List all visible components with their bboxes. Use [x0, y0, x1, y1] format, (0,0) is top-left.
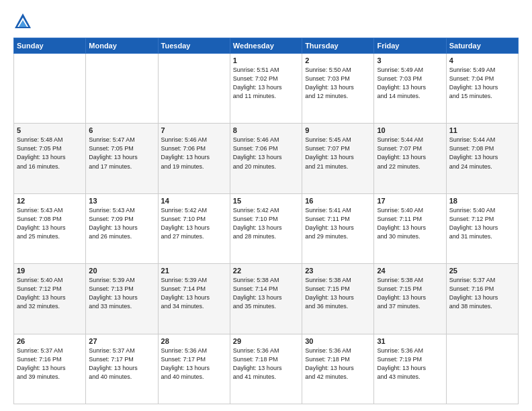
day-info: Sunrise: 5:49 AM Sunset: 7:03 PM Dayligh…	[377, 66, 443, 101]
calendar-cell: 6Sunrise: 5:47 AM Sunset: 7:05 PM Daylig…	[86, 124, 158, 193]
day-number: 19	[17, 267, 83, 275]
day-number: 24	[377, 267, 443, 275]
day-info: Sunrise: 5:36 AM Sunset: 7:18 PM Dayligh…	[305, 347, 371, 381]
day-info: Sunrise: 5:51 AM Sunset: 7:02 PM Dayligh…	[233, 66, 299, 101]
day-info: Sunrise: 5:36 AM Sunset: 7:19 PM Dayligh…	[377, 347, 443, 381]
calendar-cell: 11Sunrise: 5:44 AM Sunset: 7:08 PM Dayli…	[446, 124, 518, 193]
day-number: 15	[233, 197, 299, 205]
calendar-header-wednesday: Wednesday	[230, 38, 302, 54]
day-info: Sunrise: 5:47 AM Sunset: 7:05 PM Dayligh…	[89, 136, 154, 171]
day-number: 20	[89, 267, 154, 275]
calendar-cell: 20Sunrise: 5:39 AM Sunset: 7:13 PM Dayli…	[86, 264, 158, 334]
day-info: Sunrise: 5:50 AM Sunset: 7:03 PM Dayligh…	[305, 66, 371, 101]
day-info: Sunrise: 5:49 AM Sunset: 7:04 PM Dayligh…	[449, 66, 515, 101]
calendar-header-tuesday: Tuesday	[158, 38, 230, 54]
calendar-cell: 8Sunrise: 5:46 AM Sunset: 7:06 PM Daylig…	[230, 124, 302, 193]
calendar-header-saturday: Saturday	[446, 38, 518, 54]
day-number: 21	[161, 267, 227, 275]
calendar-cell	[158, 54, 230, 124]
calendar-cell	[86, 54, 158, 124]
day-info: Sunrise: 5:43 AM Sunset: 7:08 PM Dayligh…	[17, 206, 83, 241]
day-info: Sunrise: 5:46 AM Sunset: 7:06 PM Dayligh…	[233, 136, 299, 171]
day-number: 23	[305, 267, 371, 275]
day-number: 1	[233, 56, 299, 64]
day-info: Sunrise: 5:43 AM Sunset: 7:09 PM Dayligh…	[89, 206, 154, 241]
day-number: 3	[377, 56, 443, 64]
calendar-cell: 19Sunrise: 5:40 AM Sunset: 7:12 PM Dayli…	[14, 264, 86, 334]
day-info: Sunrise: 5:45 AM Sunset: 7:07 PM Dayligh…	[305, 136, 371, 171]
day-number: 27	[89, 337, 154, 345]
calendar-header-monday: Monday	[86, 38, 158, 54]
calendar-week-1: 1Sunrise: 5:51 AM Sunset: 7:02 PM Daylig…	[14, 54, 519, 124]
day-info: Sunrise: 5:39 AM Sunset: 7:13 PM Dayligh…	[89, 276, 154, 311]
day-info: Sunrise: 5:39 AM Sunset: 7:14 PM Dayligh…	[161, 276, 227, 311]
calendar-cell: 30Sunrise: 5:36 AM Sunset: 7:18 PM Dayli…	[302, 334, 374, 404]
calendar-cell: 10Sunrise: 5:44 AM Sunset: 7:07 PM Dayli…	[374, 124, 446, 193]
day-info: Sunrise: 5:36 AM Sunset: 7:18 PM Dayligh…	[233, 347, 299, 381]
calendar-cell: 18Sunrise: 5:40 AM Sunset: 7:12 PM Dayli…	[446, 193, 518, 263]
calendar-cell: 21Sunrise: 5:39 AM Sunset: 7:14 PM Dayli…	[158, 264, 230, 334]
day-info: Sunrise: 5:38 AM Sunset: 7:15 PM Dayligh…	[305, 276, 371, 311]
calendar-week-3: 12Sunrise: 5:43 AM Sunset: 7:08 PM Dayli…	[14, 193, 519, 263]
day-info: Sunrise: 5:38 AM Sunset: 7:15 PM Dayligh…	[377, 276, 443, 311]
calendar-cell: 7Sunrise: 5:46 AM Sunset: 7:06 PM Daylig…	[158, 124, 230, 193]
day-number: 13	[89, 197, 154, 205]
day-number: 5	[17, 126, 83, 134]
day-info: Sunrise: 5:44 AM Sunset: 7:08 PM Dayligh…	[449, 136, 515, 171]
day-info: Sunrise: 5:46 AM Sunset: 7:06 PM Dayligh…	[161, 136, 227, 171]
calendar-cell: 4Sunrise: 5:49 AM Sunset: 7:04 PM Daylig…	[446, 54, 518, 124]
day-number: 22	[233, 267, 299, 275]
calendar-cell: 29Sunrise: 5:36 AM Sunset: 7:18 PM Dayli…	[230, 334, 302, 404]
calendar-cell: 9Sunrise: 5:45 AM Sunset: 7:07 PM Daylig…	[302, 124, 374, 193]
calendar-week-4: 19Sunrise: 5:40 AM Sunset: 7:12 PM Dayli…	[14, 264, 519, 334]
calendar-cell: 28Sunrise: 5:36 AM Sunset: 7:17 PM Dayli…	[158, 334, 230, 404]
header	[13, 12, 519, 31]
calendar-cell: 25Sunrise: 5:37 AM Sunset: 7:16 PM Dayli…	[446, 264, 518, 334]
day-info: Sunrise: 5:40 AM Sunset: 7:12 PM Dayligh…	[449, 206, 515, 241]
day-number: 26	[17, 337, 83, 345]
calendar-cell: 2Sunrise: 5:50 AM Sunset: 7:03 PM Daylig…	[302, 54, 374, 124]
day-number: 6	[89, 126, 154, 134]
day-number: 12	[17, 197, 83, 205]
calendar-cell: 24Sunrise: 5:38 AM Sunset: 7:15 PM Dayli…	[374, 264, 446, 334]
calendar-cell	[446, 334, 518, 404]
day-info: Sunrise: 5:37 AM Sunset: 7:16 PM Dayligh…	[449, 276, 515, 311]
logo-icon	[13, 12, 32, 31]
day-info: Sunrise: 5:38 AM Sunset: 7:14 PM Dayligh…	[233, 276, 299, 311]
day-number: 10	[377, 126, 443, 134]
day-info: Sunrise: 5:40 AM Sunset: 7:11 PM Dayligh…	[377, 206, 443, 241]
day-number: 9	[305, 126, 371, 134]
calendar-cell	[14, 54, 86, 124]
day-info: Sunrise: 5:42 AM Sunset: 7:10 PM Dayligh…	[233, 206, 299, 241]
calendar-cell: 26Sunrise: 5:37 AM Sunset: 7:16 PM Dayli…	[14, 334, 86, 404]
calendar-cell: 5Sunrise: 5:48 AM Sunset: 7:05 PM Daylig…	[14, 124, 86, 193]
calendar-cell: 16Sunrise: 5:41 AM Sunset: 7:11 PM Dayli…	[302, 193, 374, 263]
day-number: 11	[449, 126, 515, 134]
page: SundayMondayTuesdayWednesdayThursdayFrid…	[0, 0, 532, 411]
calendar-header-sunday: Sunday	[14, 38, 86, 54]
calendar-header-friday: Friday	[374, 38, 446, 54]
day-info: Sunrise: 5:41 AM Sunset: 7:11 PM Dayligh…	[305, 206, 371, 241]
day-number: 2	[305, 56, 371, 64]
calendar-cell: 17Sunrise: 5:40 AM Sunset: 7:11 PM Dayli…	[374, 193, 446, 263]
day-number: 31	[377, 337, 443, 345]
day-info: Sunrise: 5:42 AM Sunset: 7:10 PM Dayligh…	[161, 206, 227, 241]
calendar-cell: 31Sunrise: 5:36 AM Sunset: 7:19 PM Dayli…	[374, 334, 446, 404]
calendar-cell: 14Sunrise: 5:42 AM Sunset: 7:10 PM Dayli…	[158, 193, 230, 263]
day-number: 8	[233, 126, 299, 134]
calendar-week-5: 26Sunrise: 5:37 AM Sunset: 7:16 PM Dayli…	[14, 334, 519, 404]
day-info: Sunrise: 5:37 AM Sunset: 7:17 PM Dayligh…	[89, 347, 154, 381]
day-number: 28	[161, 337, 227, 345]
day-info: Sunrise: 5:44 AM Sunset: 7:07 PM Dayligh…	[377, 136, 443, 171]
day-number: 29	[233, 337, 299, 345]
day-number: 18	[449, 197, 515, 205]
day-number: 14	[161, 197, 227, 205]
day-number: 4	[449, 56, 515, 64]
day-info: Sunrise: 5:37 AM Sunset: 7:16 PM Dayligh…	[17, 347, 83, 381]
calendar-cell: 15Sunrise: 5:42 AM Sunset: 7:10 PM Dayli…	[230, 193, 302, 263]
day-number: 30	[305, 337, 371, 345]
day-info: Sunrise: 5:36 AM Sunset: 7:17 PM Dayligh…	[161, 347, 227, 381]
calendar-cell: 13Sunrise: 5:43 AM Sunset: 7:09 PM Dayli…	[86, 193, 158, 263]
day-number: 17	[377, 197, 443, 205]
calendar-header-row: SundayMondayTuesdayWednesdayThursdayFrid…	[14, 38, 519, 54]
